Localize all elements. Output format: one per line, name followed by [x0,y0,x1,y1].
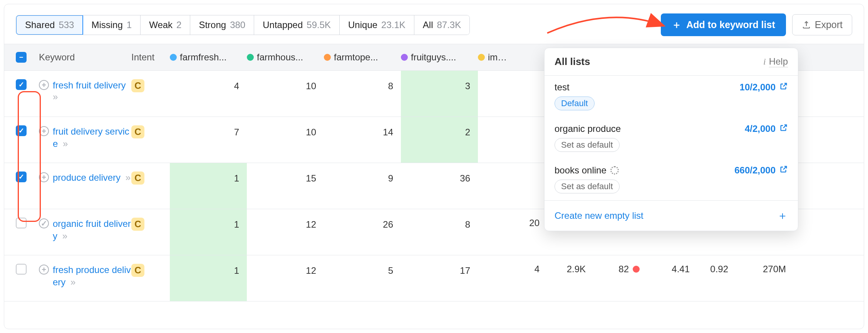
chevron-right-icon: » [60,231,67,241]
filter-tabs: Shared 533 Missing 1 Weak 2 Strong 380 U… [16,15,470,35]
row-checkbox[interactable] [16,264,27,275]
intent-badge: C [131,171,144,185]
keyword-link[interactable]: fresh fruit delivery » [53,79,131,102]
tab-count: 2 [176,20,181,30]
column-header-domain[interactable]: farmfresh... [170,52,247,63]
column-header-domain[interactable]: fruitguys.... [401,52,478,63]
tab-missing[interactable]: Missing 1 [83,15,141,35]
create-plus-icon[interactable]: ＋ [777,208,788,223]
export-button[interactable]: Export [792,14,852,35]
dropdown-list-item[interactable]: test10/2,000Default [545,76,798,117]
expand-icon[interactable]: + [39,80,49,90]
button-label: Add to keyword list [686,19,775,30]
list-name: organic produce [555,123,621,134]
keyword-list-dropdown: All lists i Help test10/2,000Defaultorga… [544,48,798,231]
tab-label: All [423,20,433,30]
list-count[interactable]: 4/2,000 [745,123,788,134]
set-default-button[interactable]: Set as default [555,138,620,152]
keyword-text: fresh produce delivery [53,265,131,287]
domain-position-cell: 10 [247,117,324,163]
intent-badge: C [131,264,144,277]
domain-position-cell: 14 [324,117,401,163]
column-header-intent[interactable]: Intent [131,52,170,63]
tab-unique[interactable]: Unique 23.1K [340,15,414,35]
chevron-right-icon: » [53,92,58,102]
domain-position-cell: 15 [247,163,324,209]
tab-label: Weak [149,20,173,30]
column-header-domain[interactable]: farmtope... [324,52,401,63]
domain-position-cell: 12 [247,255,324,301]
keyword-link[interactable]: organic fruit delivery » [53,218,131,243]
intent-badge: C [131,125,144,138]
row-checkbox[interactable]: ✓ [16,125,27,136]
check-icon: ✓ [18,173,24,181]
domain-position-cell: 36 [401,163,478,209]
check-icon: ✓ [18,80,24,89]
domain-position-cell: 8 [401,209,478,255]
dropdown-title: All lists [555,56,590,68]
expand-icon[interactable]: + [39,172,49,182]
domain-position-cell: 7 [170,117,247,163]
check-circle-icon[interactable]: ✓ [39,218,49,228]
domain-header-label: farmtope... [334,52,378,63]
export-icon [802,20,811,30]
metric-cell: 20 [509,218,547,228]
help-link[interactable]: i Help [763,56,788,67]
keyword-text: fresh fruit delivery [53,80,126,90]
expand-icon[interactable]: + [39,265,49,275]
tab-count: 533 [59,20,74,30]
minus-icon: − [19,53,23,62]
add-to-keyword-list-button[interactable]: ＋ Add to keyword list [661,13,786,36]
domain-position-cell: 2 [401,117,478,163]
column-header-domain[interactable]: farmhous... [247,52,324,63]
tab-count: 380 [230,20,245,30]
tab-label: Strong [199,20,226,30]
domain-position-cell: 1 [170,209,247,255]
tab-count: 1 [127,20,132,30]
tab-strong[interactable]: Strong 380 [190,15,254,35]
expand-icon[interactable]: + [39,126,49,136]
external-link-icon[interactable] [779,165,788,176]
default-badge: Default [555,97,595,110]
chevron-right-icon: » [60,138,68,149]
loading-spinner-icon [610,166,619,175]
tab-all[interactable]: All 87.3K [414,15,469,35]
row-checkbox[interactable]: ✓ [16,79,27,90]
tab-weak[interactable]: Weak 2 [141,15,190,35]
metric-cell: 2.9K [547,264,593,275]
keyword-link[interactable]: fresh produce delivery » [53,264,131,289]
tab-shared[interactable]: Shared 533 [16,15,83,35]
domain-color-dot-icon [324,54,331,61]
keyword-text: produce delivery [53,172,121,183]
intent-badge: C [131,218,144,231]
external-link-icon[interactable] [779,82,788,93]
list-count[interactable]: 660/2,000 [734,165,788,176]
tab-count: 87.3K [437,20,461,30]
domain-position-cell: 3 [401,71,478,117]
tab-untapped[interactable]: Untapped 59.5K [254,15,340,35]
column-header-domain[interactable]: imp... [478,52,509,63]
plus-icon: ＋ [672,18,682,32]
list-name: books online [555,165,619,176]
external-link-icon[interactable] [779,123,788,134]
select-all-checkbox[interactable]: − [16,52,27,63]
keyword-link[interactable]: fruit delivery service » [53,125,131,150]
tab-count: 23.1K [381,20,406,30]
domain-position-cell: 12 [247,209,324,255]
set-default-button[interactable]: Set as default [555,180,620,193]
column-header-keyword[interactable]: Keyword [39,52,131,63]
row-checkbox[interactable]: ✓ [16,171,27,182]
chevron-right-icon: » [68,277,75,287]
tab-count: 59.5K [307,20,331,30]
domain-position-cell: 10 [247,71,324,117]
dropdown-list-item[interactable]: books online660/2,000Set as default [545,159,798,200]
create-new-list-link[interactable]: Create new empty list [555,210,643,221]
dropdown-list-item[interactable]: organic produce4/2,000Set as default [545,117,798,159]
tab-label: Untapped [263,20,303,30]
domain-color-dot-icon [247,54,254,61]
domain-position-cell: 1 [170,255,247,301]
list-name: test [555,82,570,93]
list-count[interactable]: 10/2,000 [740,82,788,93]
row-checkbox[interactable] [16,218,27,228]
keyword-link[interactable]: produce delivery » [53,171,131,184]
